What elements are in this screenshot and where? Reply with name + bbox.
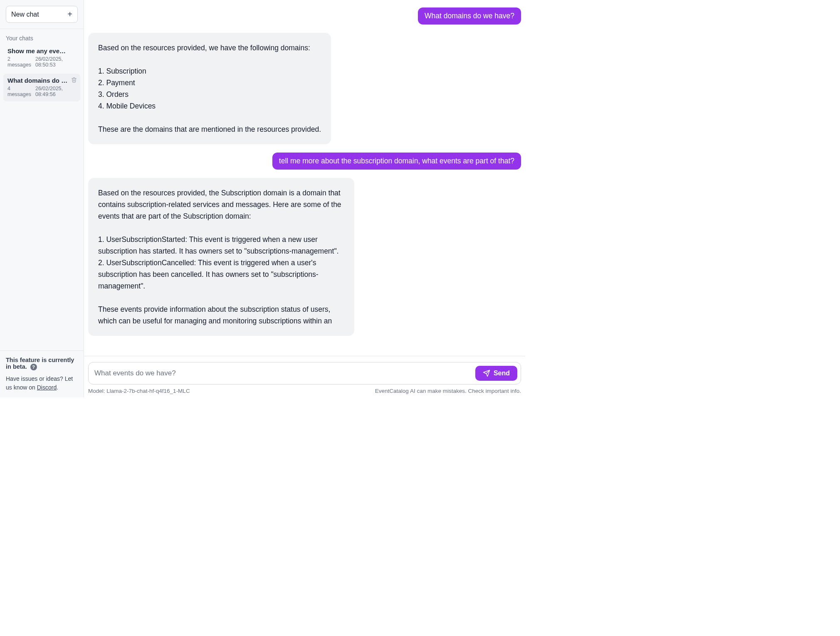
- your-chats-label: Your chats: [0, 29, 84, 44]
- beta-notice: This feature is currently in beta.: [6, 357, 74, 370]
- disclaimer: EventCatalog AI can make mistakes. Check…: [375, 388, 521, 394]
- assistant-message: Based on the resources provided, the Sub…: [88, 178, 354, 336]
- chat-list: Show me any events rel...2 messages26/02…: [0, 44, 84, 103]
- chat-item[interactable]: What domains do we have?4 messages26/02/…: [3, 74, 80, 101]
- beta-notice-row: This feature is currently in beta. ?: [6, 357, 78, 370]
- footer-note-suffix: .: [57, 384, 58, 391]
- trash-icon[interactable]: [71, 77, 77, 84]
- message-input[interactable]: [94, 369, 471, 377]
- sidebar: New chat + Your chats Show me any events…: [0, 0, 84, 397]
- sidebar-footer: This feature is currently in beta. ? Hav…: [0, 350, 84, 397]
- send-icon: [483, 370, 490, 377]
- send-button[interactable]: Send: [475, 366, 517, 381]
- user-message-row: What domains do we have?: [88, 7, 521, 25]
- assistant-message-row: Based on the resources provided, the Sub…: [88, 178, 521, 336]
- user-message-row: tell me more about the subscription doma…: [88, 153, 521, 170]
- discord-link[interactable]: Discord: [37, 384, 57, 391]
- chat-item-meta: 2 messages26/02/2025, 08:50:53: [7, 56, 76, 68]
- chat-item-title: What domains do we have?: [7, 77, 76, 84]
- footer-note: Have issues or ideas? Let us know on Dis…: [6, 375, 78, 392]
- user-message: What domains do we have?: [418, 7, 521, 25]
- composer: Send: [88, 362, 521, 385]
- sidebar-top: New chat +: [0, 0, 84, 29]
- chat-item-meta: 4 messages26/02/2025, 08:49:56: [7, 86, 76, 97]
- main: What domains do we have?Based on the res…: [84, 0, 525, 397]
- chat-item[interactable]: Show me any events rel...2 messages26/02…: [3, 44, 80, 72]
- model-info: Model: Llama-2-7b-chat-hf-q4f16_1-MLC: [88, 388, 190, 394]
- user-message: tell me more about the subscription doma…: [272, 153, 521, 170]
- assistant-message-row: Based on the resources provided, we have…: [88, 33, 521, 144]
- messages: What domains do we have?Based on the res…: [84, 0, 525, 356]
- chat-item-timestamp: 26/02/2025, 08:49:56: [35, 86, 76, 97]
- send-label: Send: [494, 370, 510, 377]
- model-name: Llama-2-7b-chat-hf-q4f16_1-MLC: [106, 388, 190, 394]
- info-row: Model: Llama-2-7b-chat-hf-q4f16_1-MLC Ev…: [88, 388, 521, 394]
- assistant-message: Based on the resources provided, we have…: [88, 33, 331, 144]
- chat-item-messages: 2 messages: [7, 56, 31, 68]
- help-icon[interactable]: ?: [30, 364, 37, 370]
- chat-item-title: Show me any events rel...: [7, 47, 76, 54]
- model-prefix: Model:: [88, 388, 106, 394]
- composer-area: Send Model: Llama-2-7b-chat-hf-q4f16_1-M…: [84, 356, 525, 397]
- new-chat-button[interactable]: New chat +: [6, 6, 78, 23]
- plus-icon: +: [67, 10, 72, 19]
- chat-item-timestamp: 26/02/2025, 08:50:53: [35, 56, 76, 68]
- new-chat-label: New chat: [11, 11, 39, 18]
- chat-item-messages: 4 messages: [7, 86, 31, 97]
